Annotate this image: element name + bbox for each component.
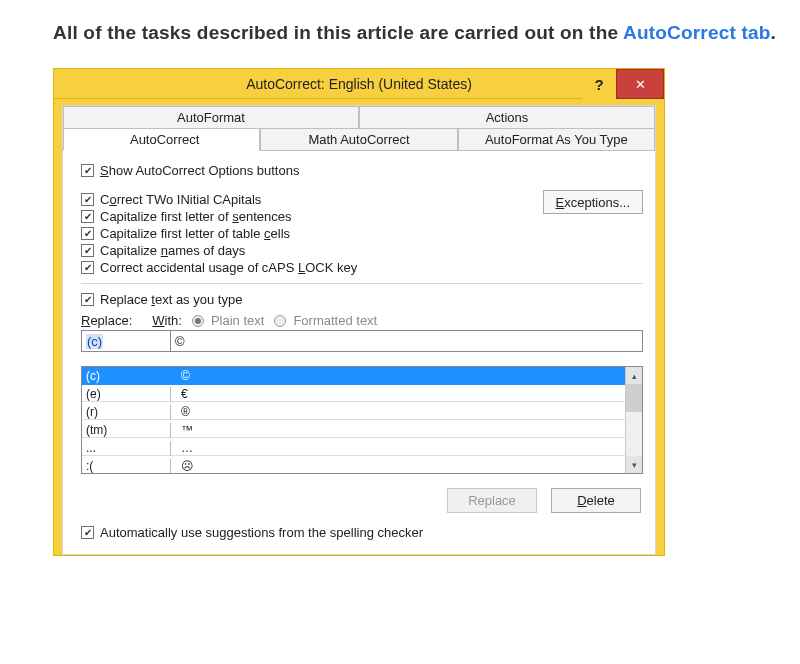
replace-button: Replace [447, 488, 537, 513]
tab-autoformat[interactable]: AutoFormat [63, 106, 359, 129]
delete-button[interactable]: Delete [551, 488, 641, 513]
autocorrect-list: (c) © (e) € (r) ® [81, 366, 643, 474]
help-icon: ? [594, 76, 603, 93]
lbl-two-initial: Correct TWo INitial CApitals [100, 192, 261, 207]
tab-row-bottom: AutoCorrect Math AutoCorrect AutoFormat … [63, 128, 655, 151]
help-button[interactable]: ? [582, 69, 616, 99]
chk-show-options[interactable] [81, 164, 94, 177]
list-item[interactable]: (tm) ™ [82, 421, 625, 439]
replace-input[interactable]: (c) [81, 330, 171, 352]
dialog-title: AutoCorrect: English (United States) [246, 76, 472, 92]
lbl-show-options: Show AutoCorrect Options buttons [100, 163, 299, 178]
chk-first-sentence[interactable] [81, 210, 94, 223]
lbl-auto-suggest: Automatically use suggestions from the s… [100, 525, 423, 540]
exceptions-button[interactable]: Exceptions... [543, 190, 643, 214]
list-item[interactable]: (e) € [82, 385, 625, 403]
replace-label: Replace: [81, 313, 132, 328]
close-icon: ✕ [635, 77, 646, 92]
lbl-replace-as-type: Replace text as you type [100, 292, 242, 307]
scroll-thumb[interactable] [626, 384, 642, 412]
chk-caps-lock[interactable] [81, 261, 94, 274]
dialog-titlebar[interactable]: AutoCorrect: English (United States) ? ✕ [54, 69, 664, 99]
with-label: With: [152, 313, 182, 328]
lbl-caps-lock: Correct accidental usage of cAPS LOCK ke… [100, 260, 357, 275]
lbl-plain-text: Plain text [211, 313, 264, 328]
tab-math-autocorrect[interactable]: Math AutoCorrect [260, 128, 457, 151]
chk-auto-suggest[interactable] [81, 526, 94, 539]
article-intro: All of the tasks described in this artic… [0, 0, 800, 44]
lbl-formatted-text: Formatted text [293, 313, 377, 328]
list-item[interactable]: :( ☹ [82, 457, 625, 473]
radio-formatted-text[interactable] [274, 315, 286, 327]
list-item[interactable]: (r) ® [82, 403, 625, 421]
tab-actions[interactable]: Actions [359, 106, 655, 129]
autocorrect-tab-link[interactable]: AutoCorrect tab [623, 22, 771, 43]
tab-row-top: AutoFormat Actions [63, 106, 655, 129]
list-scrollbar[interactable]: ▴ ▾ [625, 367, 642, 473]
tab-autoformat-as-you-type[interactable]: AutoFormat As You Type [458, 128, 655, 151]
close-button[interactable]: ✕ [616, 69, 664, 99]
lbl-first-sentence: Capitalize first letter of sentences [100, 209, 291, 224]
autocorrect-list-body[interactable]: (c) © (e) € (r) ® [82, 367, 625, 473]
scroll-down-icon[interactable]: ▾ [626, 456, 642, 473]
intro-prefix: All of the tasks described in this artic… [53, 22, 623, 43]
tab-autocorrect[interactable]: AutoCorrect [63, 128, 260, 151]
chk-two-initial[interactable] [81, 193, 94, 206]
with-input[interactable]: © [170, 330, 643, 352]
lbl-first-cell: Capitalize first letter of table cells [100, 226, 290, 241]
list-item[interactable]: (c) © [82, 367, 625, 385]
chk-first-cell[interactable] [81, 227, 94, 240]
chk-names-days[interactable] [81, 244, 94, 257]
list-item[interactable]: ... … [82, 439, 625, 457]
lbl-names-days: Capitalize names of days [100, 243, 245, 258]
radio-plain-text[interactable] [192, 315, 204, 327]
scroll-up-icon[interactable]: ▴ [626, 367, 642, 384]
chk-replace-as-type[interactable] [81, 293, 94, 306]
autocorrect-dialog: AutoCorrect: English (United States) ? ✕… [53, 68, 665, 556]
